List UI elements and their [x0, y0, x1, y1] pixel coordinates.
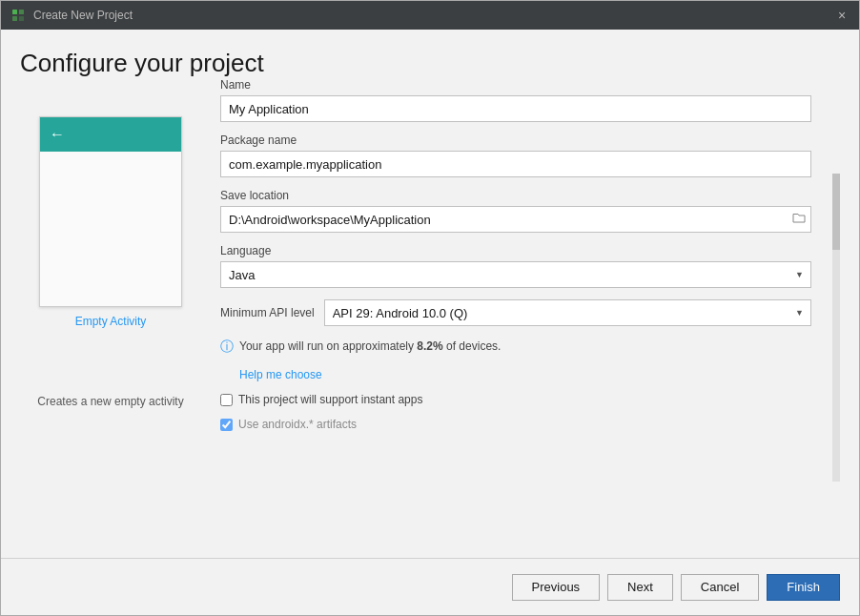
min-api-select-wrapper: API 16: Android 4.1 (Jelly Bean) API 21:…: [324, 299, 811, 326]
scrollbar-thumb[interactable]: [832, 174, 840, 250]
activity-preview-header: ←: [40, 117, 181, 152]
package-label: Package name: [220, 133, 811, 147]
finish-button[interactable]: Finish: [767, 574, 840, 601]
page-title: Configure your project: [20, 49, 840, 78]
svg-rect-3: [19, 16, 24, 21]
activity-label: Empty Activity: [75, 315, 147, 328]
artifacts-checkbox[interactable]: [220, 419, 233, 431]
artifacts-label: Use androidx.* artifacts: [238, 418, 357, 431]
name-input[interactable]: [220, 95, 811, 122]
artifacts-row: Use androidx.* artifacts: [220, 418, 811, 431]
header-section: Configure your project: [1, 30, 859, 78]
help-me-choose-link[interactable]: Help me choose: [239, 368, 322, 381]
close-button[interactable]: ×: [834, 8, 850, 23]
name-field-group: Name: [220, 78, 811, 122]
save-location-label: Save location: [220, 189, 811, 202]
package-input[interactable]: [220, 151, 811, 177]
previous-button[interactable]: Previous: [512, 574, 601, 601]
name-label: Name: [220, 78, 811, 92]
right-panel: Name Package name Save location: [220, 78, 859, 558]
content-area: Configure your project ← Empty Activity …: [1, 30, 859, 558]
svg-rect-2: [12, 16, 17, 21]
save-location-field-group: Save location: [220, 189, 811, 233]
info-percent: 8.2%: [417, 339, 442, 353]
title-bar: Create New Project ×: [1, 1, 859, 30]
min-api-field-group: Minimum API level API 16: Android 4.1 (J…: [220, 299, 811, 326]
language-label: Language: [220, 244, 811, 257]
save-location-wrapper: [220, 206, 811, 233]
svg-rect-0: [12, 10, 17, 14]
activity-description: Creates a new empty activity: [34, 395, 187, 408]
activity-preview-body: [40, 152, 181, 306]
folder-icon[interactable]: [792, 213, 806, 227]
activity-preview: ←: [39, 116, 182, 307]
cancel-button[interactable]: Cancel: [681, 574, 759, 601]
back-arrow-icon: ←: [50, 126, 65, 143]
language-field-group: Language Java Kotlin: [220, 244, 811, 288]
app-icon: [10, 8, 26, 23]
next-button[interactable]: Next: [607, 574, 673, 601]
info-icon: ⓘ: [220, 339, 234, 356]
instant-apps-label: This project will support instant apps: [238, 393, 422, 406]
info-text: Your app will run on approximately 8.2% …: [239, 339, 501, 353]
title-bar-text: Create New Project: [33, 9, 834, 22]
left-panel: ← Empty Activity Creates a new empty act…: [1, 78, 220, 558]
language-select-wrapper: Java Kotlin: [220, 261, 811, 288]
help-link-row: Help me choose: [220, 367, 811, 381]
min-api-row: Minimum API level API 16: Android 4.1 (J…: [220, 299, 811, 326]
package-field-group: Package name: [220, 133, 811, 177]
language-select[interactable]: Java Kotlin: [220, 261, 811, 288]
info-text-suffix: of devices.: [443, 339, 502, 353]
layout-container: ← Empty Activity Creates a new empty act…: [1, 78, 859, 558]
info-row: ⓘ Your app will run on approximately 8.2…: [220, 339, 811, 356]
footer: Previous Next Cancel Finish: [1, 558, 859, 615]
instant-apps-row: This project will support instant apps: [220, 393, 811, 406]
info-text-prefix: Your app will run on approximately: [239, 339, 417, 353]
min-api-select[interactable]: API 16: Android 4.1 (Jelly Bean) API 21:…: [324, 299, 811, 326]
svg-rect-1: [19, 10, 24, 14]
scrollbar-track: [832, 174, 840, 482]
min-api-label: Minimum API level: [220, 306, 315, 319]
main-window: Create New Project × Configure your proj…: [0, 0, 860, 616]
instant-apps-checkbox[interactable]: [220, 394, 233, 406]
save-location-input[interactable]: [220, 206, 811, 233]
